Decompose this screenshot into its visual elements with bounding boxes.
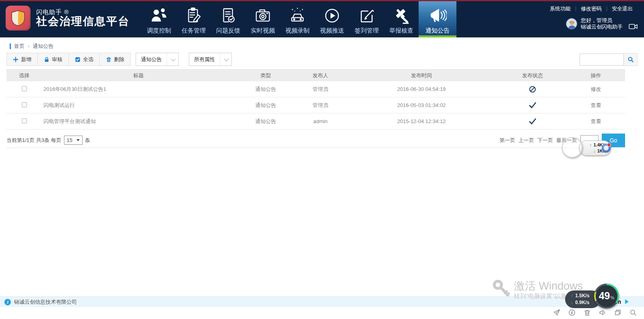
breadcrumb-separator: › bbox=[28, 43, 29, 49]
add-button[interactable]: 新增 bbox=[7, 53, 37, 66]
accelerator-ball-icon[interactable] bbox=[602, 144, 611, 152]
recorder-percent-symbol: % bbox=[611, 295, 615, 300]
download-arrow-icon: ↓ bbox=[571, 299, 573, 306]
delete-button[interactable]: 删除 bbox=[99, 53, 130, 66]
nav-item-live-video[interactable]: 实时视频 bbox=[246, 1, 280, 37]
review-button[interactable]: 审核 bbox=[37, 53, 68, 66]
column-header-publisher: 发布人 bbox=[296, 72, 345, 79]
row-action-link[interactable]: 查看 bbox=[591, 102, 601, 108]
memory-percent-ball[interactable]: 49% bbox=[562, 137, 582, 158]
feedback-icon bbox=[219, 5, 237, 26]
row-publisher: admin bbox=[296, 118, 345, 124]
page-size-value: 15 bbox=[67, 137, 72, 143]
nav-item-feedback[interactable]: 问题反馈 bbox=[211, 1, 246, 37]
toolbar-button-group: 新增 审核 全选 删除 bbox=[6, 53, 131, 66]
nav-item-dispatch[interactable]: 调度控制 bbox=[142, 1, 176, 37]
main-nav: 调度控制 任务管理 bbox=[142, 1, 456, 37]
next-page-link[interactable]: 下一页 bbox=[537, 137, 553, 144]
nav-label: 任务管理 bbox=[182, 27, 206, 35]
attribute-filter-dropdown[interactable]: 所有属性 bbox=[189, 53, 232, 66]
nav-label: 通知公告 bbox=[425, 27, 450, 35]
nav-label: 调度控制 bbox=[147, 27, 171, 35]
brand-text: 闪电助手 ® 社会治理信息平台 bbox=[36, 8, 130, 28]
recorder-percent: 49 bbox=[599, 291, 610, 301]
breadcrumb-current[interactable]: 通知公告 bbox=[33, 43, 54, 50]
nav-item-task[interactable]: 任务管理 bbox=[176, 1, 211, 37]
notices-table: 选择 标题 类型 发布人 发布时间 发布状态 操作 2016年06月30日测试公… bbox=[6, 69, 625, 130]
status-blocked-icon bbox=[529, 86, 536, 93]
task-icon bbox=[184, 5, 203, 26]
attribute-filter-value: 所有属性 bbox=[189, 53, 220, 66]
speaker-icon[interactable] bbox=[599, 309, 606, 316]
nav-label: 签到管理 bbox=[355, 27, 379, 35]
search-button[interactable] bbox=[624, 53, 638, 66]
app-window: 闪电助手 ® 社会治理信息平台 调度控制 bbox=[0, 0, 644, 319]
add-button-label: 新增 bbox=[21, 56, 31, 63]
type-filter-value: 通知公告 bbox=[136, 53, 167, 66]
nav-item-video-record[interactable]: 视频录制 bbox=[280, 1, 315, 37]
page-size-select[interactable]: 15 bbox=[64, 136, 83, 145]
row-type: 通知公告 bbox=[235, 86, 296, 93]
nav-item-signin[interactable]: 签到管理 bbox=[349, 1, 384, 37]
row-type: 通知公告 bbox=[235, 102, 296, 109]
row-title-link[interactable]: 2016年06月30日测试公告1 bbox=[43, 86, 106, 92]
row-action-link[interactable]: 查看 bbox=[591, 118, 601, 124]
key-icon bbox=[492, 279, 511, 298]
info-icon: i bbox=[4, 299, 11, 305]
user-greeting: 您好，管理员 bbox=[581, 17, 623, 24]
select-all-button[interactable]: 全选 bbox=[68, 53, 99, 66]
row-action-link[interactable]: 修改 bbox=[591, 86, 601, 92]
logout-link[interactable]: 安全退出 bbox=[607, 5, 638, 12]
breadcrumb: 首页 › 通知公告 bbox=[10, 43, 54, 50]
breadcrumb-home[interactable]: 首页 bbox=[14, 43, 25, 50]
review-button-label: 审核 bbox=[52, 56, 62, 63]
row-type: 通知公告 bbox=[235, 118, 296, 125]
nav-label: 视频推送 bbox=[320, 27, 344, 35]
top-accent-line bbox=[0, 0, 644, 1]
row-time: 2015-12-04 12:34:12 bbox=[345, 118, 498, 124]
lock-icon bbox=[44, 57, 50, 62]
trash-icon[interactable] bbox=[584, 309, 591, 316]
toolbar: 新增 审核 全选 删除 通知公告 bbox=[6, 53, 638, 66]
table-row: 闪电管理平台测试通知 通知公告 admin 2015-12-04 12:34:1… bbox=[6, 113, 625, 130]
search-page-icon[interactable] bbox=[630, 309, 637, 316]
prev-page-link[interactable]: 上一页 bbox=[518, 137, 534, 144]
row-checkbox[interactable] bbox=[22, 86, 27, 91]
select-all-button-label: 全选 bbox=[83, 56, 93, 63]
recorder-upload-speed: 1.5K/s bbox=[575, 292, 589, 299]
row-checkbox[interactable] bbox=[22, 102, 27, 107]
speed-mode-icon[interactable] bbox=[568, 309, 576, 316]
avatar[interactable] bbox=[566, 18, 577, 29]
row-publisher: 管理员 bbox=[296, 86, 345, 93]
download-arrow-icon: ↓ bbox=[593, 148, 596, 154]
nav-item-report[interactable]: 举报核查 bbox=[384, 1, 419, 37]
user-name: 锦诚云创闪电助手 bbox=[581, 24, 623, 30]
pagination-summary: 当前第1/1页 共3条 每页 bbox=[6, 137, 62, 144]
live-video-icon bbox=[254, 5, 272, 26]
restore-window-icon[interactable] bbox=[614, 309, 621, 316]
nav-item-notice[interactable]: 通知公告 bbox=[419, 1, 456, 37]
change-password-link[interactable]: 修改密码 bbox=[576, 5, 607, 12]
expand-arrow-icon[interactable] bbox=[625, 299, 629, 304]
type-filter-dropdown[interactable]: 通知公告 bbox=[136, 53, 179, 66]
column-header-type: 类型 bbox=[235, 72, 296, 79]
nav-item-video-push[interactable]: 视频推送 bbox=[315, 1, 349, 37]
recorder-percent-ring[interactable]: 49 % bbox=[594, 284, 619, 309]
top-links: 系统功能 修改密码 安全退出 bbox=[545, 5, 638, 12]
row-title-link[interactable]: 闪电管理平台测试通知 bbox=[43, 118, 96, 124]
search-input[interactable] bbox=[580, 54, 624, 66]
status-published-icon bbox=[528, 118, 537, 125]
nav-label: 举报核查 bbox=[389, 27, 413, 35]
column-header-status: 发布状态 bbox=[498, 72, 567, 79]
rocket-icon[interactable] bbox=[553, 309, 560, 316]
brand-title: 社会治理信息平台 bbox=[36, 15, 130, 28]
column-header-select: 选择 bbox=[6, 72, 42, 79]
camera-icon bbox=[629, 24, 638, 29]
app-logo bbox=[6, 6, 31, 31]
row-title-link[interactable]: 闪电测试运行 bbox=[43, 102, 75, 108]
row-checkbox[interactable] bbox=[22, 118, 27, 123]
brand: 闪电助手 ® 社会治理信息平台 bbox=[6, 6, 130, 31]
first-page-link[interactable]: 第一页 bbox=[500, 137, 515, 144]
search-area bbox=[580, 53, 638, 66]
system-functions-link[interactable]: 系统功能 bbox=[545, 5, 576, 12]
